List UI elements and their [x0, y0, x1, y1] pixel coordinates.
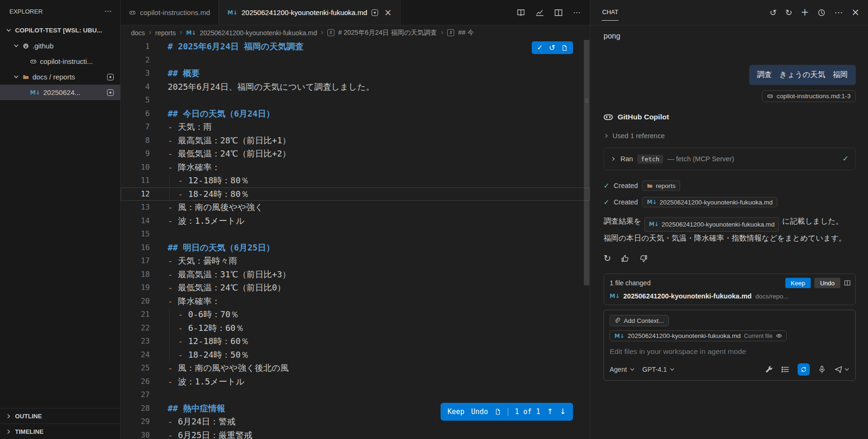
breadcrumb-heading1[interactable]: # 2025年6月24日 福岡の天気調査: [338, 29, 437, 37]
breadcrumb-heading2[interactable]: ## 今: [458, 29, 473, 37]
auto-iterate-toggle[interactable]: [798, 363, 810, 376]
line-number[interactable]: 27: [121, 388, 150, 402]
tool-call-row[interactable]: Ran fetch — fetch (MCP Server) ✓: [604, 148, 856, 170]
code-line[interactable]: 13- 風：南の風後やや強く: [121, 201, 590, 214]
tree-item-github-folder[interactable]: .github: [0, 38, 120, 54]
scrollbar-thumb[interactable]: [584, 40, 589, 285]
keep-edit-button[interactable]: Keep: [448, 408, 465, 416]
editor-pane[interactable]: 1# 2025年6月24日 福岡の天気調査23## 概要42025年6月24日、…: [121, 40, 590, 439]
tree-item-report-file[interactable]: M↓ 20250624...: [0, 85, 120, 100]
code-line[interactable]: 9- 最低気温：24℃（前日比+2）: [121, 147, 590, 161]
code-line[interactable]: 21 - 0-6時：70％: [121, 308, 590, 321]
undo-edit-button[interactable]: Undo: [471, 408, 488, 416]
line-number[interactable]: 18: [121, 268, 150, 282]
line-number[interactable]: 16: [121, 241, 150, 255]
created-folder-chip[interactable]: reports: [642, 180, 680, 191]
configure-tools-icon[interactable]: [765, 365, 773, 374]
model-picker[interactable]: GPT-4.1: [643, 366, 675, 373]
line-number[interactable]: 21: [121, 308, 150, 321]
code-line[interactable]: 20- 降水確率：: [121, 295, 590, 308]
line-number[interactable]: 1: [121, 40, 150, 54]
line-number[interactable]: 22: [121, 321, 150, 335]
timeline-section-header[interactable]: TIMELINE: [0, 423, 120, 439]
code-line[interactable]: 22 - 6-12時：60％: [121, 321, 590, 335]
chat-input-field[interactable]: Edit files in your workspace in agent mo…: [610, 347, 850, 356]
accept-edit-icon[interactable]: ✓: [537, 44, 543, 51]
keep-button[interactable]: Keep: [785, 278, 811, 288]
code-line[interactable]: 17- 天気：曇時々雨: [121, 254, 590, 268]
code-line[interactable]: 3## 概要: [121, 67, 590, 80]
thumbs-up-icon[interactable]: [621, 254, 629, 263]
line-number[interactable]: 12: [121, 188, 150, 201]
close-chat-icon[interactable]: ×: [851, 8, 860, 17]
line-number[interactable]: 30: [121, 429, 150, 439]
thumbs-down-icon[interactable]: [639, 254, 648, 263]
changed-file-row[interactable]: M↓ 202506241200-kyounotenki-fukuoka.md d…: [604, 291, 855, 305]
code-line[interactable]: 1# 2025年6月24日 福岡の天気調査: [121, 40, 590, 54]
code-line[interactable]: 19- 最低気温：24℃（前日比0）: [121, 281, 590, 295]
code-line[interactable]: 6## 今日の天気（6月24日）: [121, 107, 590, 121]
code-line[interactable]: 7- 天気：雨: [121, 120, 590, 134]
code-line[interactable]: 8- 最高気温：28℃（前日比+1）: [121, 134, 590, 148]
line-number[interactable]: 4: [121, 80, 150, 94]
code-line[interactable]: 30- 6月25日：厳重警戒: [121, 429, 590, 439]
line-number[interactable]: 5: [121, 94, 150, 107]
next-edit-icon[interactable]: ↓: [560, 408, 566, 415]
used-references-toggle[interactable]: Used 1 reference: [604, 132, 856, 140]
view-file-icon[interactable]: [561, 45, 568, 51]
code-line[interactable]: 12 - 18-24時：80％: [121, 188, 590, 201]
chat-more-actions-icon[interactable]: ⋯: [834, 8, 843, 17]
line-number[interactable]: 6: [121, 107, 150, 121]
line-number[interactable]: 19: [121, 281, 150, 295]
code-line[interactable]: 11 - 12-18時：80％: [121, 174, 590, 188]
created-file-chip[interactable]: M↓ 202506241200-kyounotenki-fukuoka.md: [642, 197, 777, 207]
reference-chip[interactable]: copilot-instructions.md:1-3: [762, 90, 856, 102]
code-line[interactable]: 5: [121, 94, 590, 107]
eye-icon[interactable]: [776, 333, 782, 339]
breadcrumb-file[interactable]: 202506241200-kyounotenki-fukuoka.md: [200, 29, 317, 37]
line-number[interactable]: 29: [121, 415, 150, 429]
chat-history-icon[interactable]: [817, 8, 826, 17]
code-line[interactable]: 14- 波：1.5メートル: [121, 214, 590, 228]
code-line[interactable]: 23 - 12-18時：60％: [121, 335, 590, 348]
attached-file-chip[interactable]: M↓ 202506241200-kyounotenki-fukuoka.md C…: [610, 330, 787, 341]
code-line[interactable]: 10- 降水確率：: [121, 161, 590, 174]
tab-copilot-instructions[interactable]: copilot-instructions.md: [121, 0, 219, 25]
line-number[interactable]: 17: [121, 254, 150, 268]
code-line[interactable]: 16## 明日の天気（6月25日）: [121, 241, 590, 255]
line-number[interactable]: 20: [121, 295, 150, 308]
redo-edits-icon[interactable]: ↻: [785, 8, 792, 17]
tab-weather-report[interactable]: M↓ 202506241200-kyounotenki-fukuoka.md ×: [219, 0, 401, 25]
line-number[interactable]: 7: [121, 120, 150, 134]
line-number[interactable]: 15: [121, 227, 150, 241]
editor-scrollbar[interactable]: [583, 40, 590, 439]
undo-button[interactable]: Undo: [814, 278, 840, 288]
split-editor-icon[interactable]: [554, 8, 563, 17]
breadcrumb-docs[interactable]: docs: [131, 29, 145, 37]
tree-item-docs-reports[interactable]: docs / reports: [0, 69, 120, 85]
instructions-list-icon[interactable]: [781, 365, 790, 374]
mode-picker[interactable]: Agent: [610, 366, 635, 373]
discard-edit-icon[interactable]: ↺: [549, 44, 555, 52]
line-number[interactable]: 28: [121, 402, 150, 415]
line-number[interactable]: 2: [121, 54, 150, 67]
editor-more-actions-icon[interactable]: ⋯: [573, 9, 581, 16]
close-tab-icon[interactable]: ×: [384, 8, 392, 17]
mic-icon[interactable]: [818, 365, 826, 374]
explorer-more-actions-icon[interactable]: ⋯: [104, 8, 112, 15]
tree-item-copilot-instructions[interactable]: copilot-instructi...: [0, 54, 120, 69]
response-file-chip[interactable]: M↓202506241200-kyounotenki-fukuoka.md: [644, 217, 779, 232]
line-number[interactable]: 3: [121, 67, 150, 80]
outline-section-header[interactable]: OUTLINE: [0, 408, 120, 423]
line-number[interactable]: 10: [121, 161, 150, 174]
code-line[interactable]: 25- 風：南の風やや強く後北の風: [121, 361, 590, 375]
new-chat-icon[interactable]: +: [801, 8, 809, 17]
line-number[interactable]: 26: [121, 375, 150, 389]
line-number[interactable]: 14: [121, 214, 150, 228]
workspace-root-item[interactable]: COPILOT-TEST [WSL: UBU...: [0, 23, 120, 38]
breadcrumb-reports[interactable]: reports: [155, 29, 176, 37]
code-line[interactable]: 42025年6月24日、福岡の天気について調査しました。: [121, 80, 590, 94]
line-number[interactable]: 25: [121, 361, 150, 375]
code-line[interactable]: 2: [121, 54, 590, 67]
chat-title-tab[interactable]: CHAT: [602, 4, 619, 21]
